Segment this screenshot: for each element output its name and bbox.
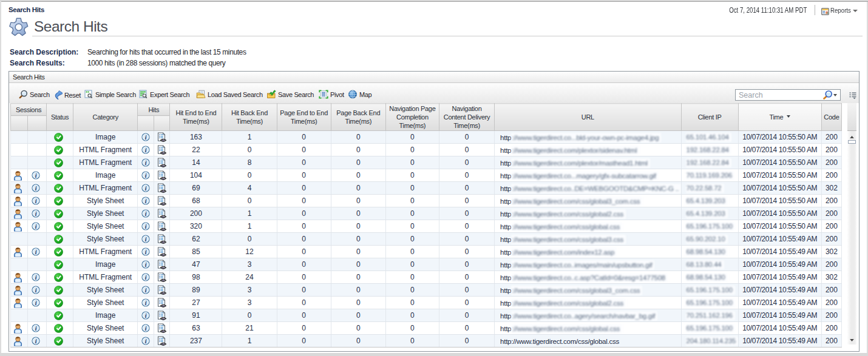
svg-text:i: i — [35, 172, 37, 179]
svg-text:i: i — [145, 198, 147, 204]
svg-text:i: i — [145, 312, 147, 319]
svg-text:i: i — [145, 223, 147, 230]
svg-text:i: i — [35, 249, 37, 255]
svg-text:i: i — [145, 147, 147, 153]
svg-text:i: i — [35, 223, 37, 230]
svg-text:i: i — [145, 325, 147, 332]
svg-text:i: i — [35, 274, 37, 281]
svg-text:i: i — [35, 300, 37, 306]
svg-text:i: i — [35, 198, 37, 204]
svg-text:i: i — [145, 236, 147, 243]
svg-text:i: i — [35, 185, 37, 192]
svg-text:i: i — [145, 338, 147, 344]
svg-text:i: i — [35, 325, 37, 332]
svg-text:i: i — [35, 338, 37, 344]
svg-text:i: i — [145, 172, 147, 179]
svg-text:i: i — [145, 134, 147, 141]
svg-text:i: i — [35, 210, 37, 217]
svg-text:i: i — [145, 287, 147, 294]
svg-text:i: i — [145, 185, 147, 192]
svg-text:i: i — [145, 300, 147, 306]
svg-text:i: i — [145, 210, 147, 217]
svg-text:i: i — [145, 249, 147, 255]
svg-text:i: i — [145, 261, 147, 268]
svg-text:i: i — [145, 274, 147, 281]
svg-text:i: i — [35, 287, 37, 294]
svg-text:i: i — [145, 160, 147, 166]
